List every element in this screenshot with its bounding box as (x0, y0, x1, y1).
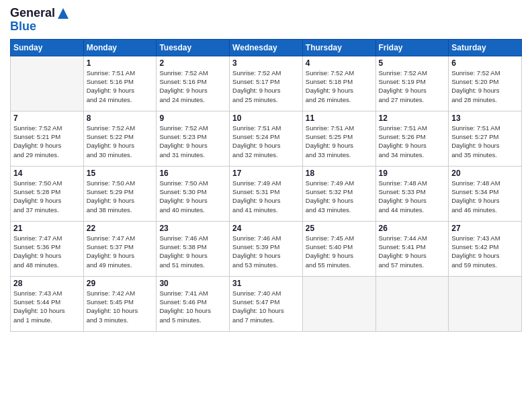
calendar-cell: 14Sunrise: 7:50 AM Sunset: 5:28 PM Dayli… (11, 166, 84, 221)
weekday-header: Monday (83, 39, 157, 56)
calendar-week-row: 7Sunrise: 7:52 AM Sunset: 5:21 PM Daylig… (11, 111, 522, 166)
day-info: Sunrise: 7:52 AM Sunset: 5:20 PM Dayligh… (451, 68, 519, 104)
day-info: Sunrise: 7:51 AM Sunset: 5:27 PM Dayligh… (451, 124, 519, 159)
day-info: Sunrise: 7:40 AM Sunset: 5:47 PM Dayligh… (232, 289, 300, 324)
calendar-cell: 22Sunrise: 7:47 AM Sunset: 5:37 PM Dayli… (83, 221, 157, 276)
day-number: 21 (13, 224, 81, 233)
calendar-week-row: 21Sunrise: 7:47 AM Sunset: 5:36 PM Dayli… (11, 221, 522, 276)
day-number: 2 (159, 58, 226, 68)
calendar-cell: 13Sunrise: 7:51 AM Sunset: 5:27 PM Dayli… (449, 111, 522, 166)
day-info: Sunrise: 7:46 AM Sunset: 5:38 PM Dayligh… (159, 234, 226, 269)
day-info: Sunrise: 7:52 AM Sunset: 5:21 PM Dayligh… (13, 124, 81, 159)
calendar-cell (11, 56, 84, 111)
day-info: Sunrise: 7:48 AM Sunset: 5:33 PM Dayligh… (379, 179, 446, 214)
day-number: 13 (451, 113, 519, 123)
day-info: Sunrise: 7:46 AM Sunset: 5:39 PM Dayligh… (232, 234, 300, 269)
day-info: Sunrise: 7:52 AM Sunset: 5:16 PM Dayligh… (159, 68, 226, 104)
weekday-header: Sunday (11, 39, 84, 56)
calendar-cell: 8Sunrise: 7:52 AM Sunset: 5:22 PM Daylig… (83, 111, 157, 166)
day-number: 17 (232, 169, 300, 178)
logo: General Blue (10, 7, 70, 34)
day-info: Sunrise: 7:44 AM Sunset: 5:41 PM Dayligh… (379, 234, 446, 269)
calendar-cell: 23Sunrise: 7:46 AM Sunset: 5:38 PM Dayli… (157, 221, 230, 276)
day-number: 16 (159, 169, 226, 178)
day-info: Sunrise: 7:47 AM Sunset: 5:37 PM Dayligh… (87, 234, 154, 269)
day-info: Sunrise: 7:50 AM Sunset: 5:30 PM Dayligh… (159, 179, 226, 214)
day-info: Sunrise: 7:49 AM Sunset: 5:31 PM Dayligh… (232, 179, 300, 214)
day-info: Sunrise: 7:52 AM Sunset: 5:23 PM Dayligh… (159, 124, 226, 159)
day-number: 26 (379, 224, 446, 233)
calendar-cell: 27Sunrise: 7:43 AM Sunset: 5:42 PM Dayli… (449, 221, 522, 276)
day-number: 8 (87, 113, 154, 123)
day-info: Sunrise: 7:49 AM Sunset: 5:32 PM Dayligh… (306, 179, 373, 214)
day-info: Sunrise: 7:51 AM Sunset: 5:25 PM Dayligh… (306, 124, 373, 159)
day-number: 9 (159, 113, 226, 123)
day-number: 7 (13, 113, 81, 123)
day-number: 6 (451, 58, 519, 68)
day-number: 15 (87, 169, 154, 178)
svg-marker-0 (58, 8, 69, 19)
day-number: 1 (87, 58, 154, 68)
calendar-cell: 5Sunrise: 7:52 AM Sunset: 5:19 PM Daylig… (375, 56, 449, 111)
day-info: Sunrise: 7:50 AM Sunset: 5:29 PM Dayligh… (87, 179, 154, 214)
weekday-header: Saturday (449, 39, 522, 56)
day-number: 4 (306, 58, 373, 68)
calendar-cell: 30Sunrise: 7:41 AM Sunset: 5:46 PM Dayli… (157, 276, 230, 331)
calendar-cell: 18Sunrise: 7:49 AM Sunset: 5:32 PM Dayli… (302, 166, 375, 221)
calendar-cell: 11Sunrise: 7:51 AM Sunset: 5:25 PM Dayli… (302, 111, 375, 166)
calendar-cell: 25Sunrise: 7:45 AM Sunset: 5:40 PM Dayli… (302, 221, 375, 276)
day-number: 29 (87, 279, 154, 288)
weekday-header: Thursday (302, 39, 375, 56)
calendar-cell: 6Sunrise: 7:52 AM Sunset: 5:20 PM Daylig… (449, 56, 522, 111)
day-number: 14 (13, 169, 81, 178)
calendar-cell: 3Sunrise: 7:52 AM Sunset: 5:17 PM Daylig… (230, 56, 303, 111)
calendar-week-row: 14Sunrise: 7:50 AM Sunset: 5:28 PM Dayli… (11, 166, 522, 221)
day-info: Sunrise: 7:43 AM Sunset: 5:42 PM Dayligh… (451, 234, 519, 269)
day-number: 28 (13, 279, 81, 288)
day-info: Sunrise: 7:52 AM Sunset: 5:22 PM Dayligh… (87, 124, 154, 159)
calendar-cell: 21Sunrise: 7:47 AM Sunset: 5:36 PM Dayli… (11, 221, 84, 276)
calendar-cell: 17Sunrise: 7:49 AM Sunset: 5:31 PM Dayli… (230, 166, 303, 221)
calendar-cell: 28Sunrise: 7:43 AM Sunset: 5:44 PM Dayli… (11, 276, 84, 331)
page-header: General Blue (10, 7, 522, 34)
day-number: 25 (306, 224, 373, 233)
calendar-cell: 20Sunrise: 7:48 AM Sunset: 5:34 PM Dayli… (449, 166, 522, 221)
calendar-cell (302, 276, 375, 331)
calendar-cell: 16Sunrise: 7:50 AM Sunset: 5:30 PM Dayli… (157, 166, 230, 221)
calendar-cell: 31Sunrise: 7:40 AM Sunset: 5:47 PM Dayli… (230, 276, 303, 331)
page-container: General Blue SundayMondayTuesdayWednesda… (0, 0, 532, 338)
day-info: Sunrise: 7:47 AM Sunset: 5:36 PM Dayligh… (13, 234, 81, 269)
calendar-cell (449, 276, 522, 331)
weekday-header: Tuesday (157, 39, 230, 56)
day-number: 31 (232, 279, 300, 288)
logo-icon (56, 7, 70, 20)
calendar-cell: 26Sunrise: 7:44 AM Sunset: 5:41 PM Dayli… (375, 221, 449, 276)
calendar-cell: 12Sunrise: 7:51 AM Sunset: 5:26 PM Dayli… (375, 111, 449, 166)
logo-general: General (10, 7, 55, 20)
calendar-cell: 9Sunrise: 7:52 AM Sunset: 5:23 PM Daylig… (157, 111, 230, 166)
day-info: Sunrise: 7:50 AM Sunset: 5:28 PM Dayligh… (13, 179, 81, 214)
day-info: Sunrise: 7:51 AM Sunset: 5:16 PM Dayligh… (87, 68, 154, 104)
day-number: 23 (159, 224, 226, 233)
calendar-week-row: 28Sunrise: 7:43 AM Sunset: 5:44 PM Dayli… (11, 276, 522, 331)
day-number: 22 (87, 224, 154, 233)
calendar-cell: 2Sunrise: 7:52 AM Sunset: 5:16 PM Daylig… (157, 56, 230, 111)
day-info: Sunrise: 7:51 AM Sunset: 5:24 PM Dayligh… (232, 124, 300, 159)
day-number: 11 (306, 113, 373, 123)
calendar-cell: 4Sunrise: 7:52 AM Sunset: 5:18 PM Daylig… (302, 56, 375, 111)
calendar-cell: 19Sunrise: 7:48 AM Sunset: 5:33 PM Dayli… (375, 166, 449, 221)
day-number: 12 (379, 113, 446, 123)
day-info: Sunrise: 7:43 AM Sunset: 5:44 PM Dayligh… (13, 289, 81, 324)
day-number: 5 (379, 58, 446, 68)
day-info: Sunrise: 7:52 AM Sunset: 5:18 PM Dayligh… (306, 68, 373, 104)
day-number: 24 (232, 224, 300, 233)
calendar-cell: 29Sunrise: 7:42 AM Sunset: 5:45 PM Dayli… (83, 276, 157, 331)
calendar-cell: 10Sunrise: 7:51 AM Sunset: 5:24 PM Dayli… (230, 111, 303, 166)
day-number: 30 (159, 279, 226, 288)
day-info: Sunrise: 7:45 AM Sunset: 5:40 PM Dayligh… (306, 234, 373, 269)
weekday-header: Friday (375, 39, 449, 56)
day-info: Sunrise: 7:52 AM Sunset: 5:17 PM Dayligh… (232, 68, 300, 104)
weekday-header-row: SundayMondayTuesdayWednesdayThursdayFrid… (11, 39, 522, 56)
day-number: 3 (232, 58, 300, 68)
calendar-week-row: 1Sunrise: 7:51 AM Sunset: 5:16 PM Daylig… (11, 56, 522, 111)
